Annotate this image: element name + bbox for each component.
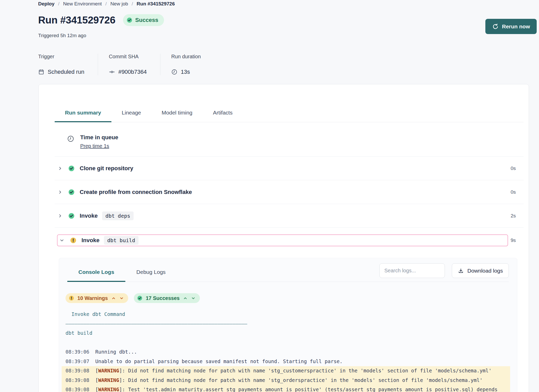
warnings-next-button[interactable] [119,296,124,300]
refresh-icon [492,23,499,30]
log-message: Did not find matching node for patch wit… [128,368,492,374]
step-expanded-box[interactable]: Invokedbt build [57,234,508,246]
log-tab-debug-logs[interactable]: Debug Logs [125,265,177,282]
log-tabs: Console LogsDebug Logs [67,265,177,282]
step-warning-icon [70,237,77,244]
log-line: 08:39:08 [WARNING]: Did not find matchin… [62,376,510,385]
run-tabs: Run summaryLineageModel timingArtifacts [55,106,524,122]
warnings-prev-button[interactable] [111,296,116,300]
log-warning-tag: WARNING [98,387,119,392]
breadcrumb-item[interactable]: Deploy [38,1,54,7]
rerun-now-button[interactable]: Rerun now [485,19,537,34]
log-command-header: Invoke dbt Command [62,310,510,319]
log-timestamp: 08:39:08 [66,377,95,383]
log-bracket: ]: [119,377,128,383]
breadcrumb-item[interactable]: New Environment [63,1,102,7]
chevron-right-icon [58,166,62,171]
commit-icon [109,69,115,75]
log-command: dbt build [62,329,510,338]
title-row: Run #341529726 Success [38,14,164,26]
step-success-icon [68,189,75,195]
meta-duration: Run duration 13s [160,54,214,75]
step-title: Clone git repository [80,165,133,172]
step-row[interactable]: Invokedbt deps2s [55,204,524,228]
log-message: Test 'test.admin_maturity.assert_stg_pay… [66,387,501,392]
tab-run-summary[interactable]: Run summary [55,106,111,122]
breadcrumb: Deploy/New Environment/New job/Run #3415… [38,1,175,7]
time-in-queue-block: Time in queue Prep time 1s [55,122,524,157]
run-detail-page: Deploy/New Environment/New job/Run #3415… [0,0,539,392]
breadcrumb-separator: / [58,1,59,7]
tab-model-timing[interactable]: Model timing [151,106,203,122]
meta-commit-value: #900b7364 [118,69,147,75]
breadcrumb-separator: / [105,1,107,7]
log-line: 08:39:08 [WARNING]: Did not find matchin… [62,366,510,376]
successes-next-button[interactable] [191,296,195,300]
console-panel: Console LogsDebug Logs Download logs [59,258,517,392]
step-command-chip: dbt build [104,236,138,245]
breadcrumb-item[interactable]: New job [110,1,128,7]
meta-row: Trigger Scheduled run Commit SHA #900b73… [38,54,214,75]
log-output: Invoke dbt Command——————————————————————… [59,310,517,392]
chevron-down-icon [60,238,64,243]
log-line: 08:39:06 Running dbt... [62,347,510,357]
queue-clock-icon [67,135,74,142]
prep-time-link[interactable]: Prep time 1s [80,143,109,149]
tab-artifacts[interactable]: Artifacts [203,106,243,122]
log-bracket: [ [95,377,99,383]
step-duration: 9s [511,238,516,243]
step-row[interactable]: Invokedbt build9s [55,228,524,246]
step-success-icon [68,213,75,219]
step-title: Invoke [81,237,100,244]
breadcrumb-item: Run #341529726 [137,1,175,7]
log-line: 08:39:07 Unable to do partial parsing be… [62,357,510,366]
step-success-icon [68,165,75,172]
log-tab-console-logs[interactable]: Console Logs [67,265,125,282]
warnings-pill-label: 10 Warnings [77,295,108,301]
log-message: Did not find matching node for patch wit… [128,377,483,383]
status-badge: Success [123,14,164,26]
successes-pill-label: 17 Successes [146,295,179,301]
run-summary-card: Run summaryLineageModel timingArtifacts … [38,84,529,392]
status-badge-label: Success [135,17,158,23]
download-logs-button[interactable]: Download logs [452,263,509,278]
log-line: 08:39:08 [WARNING]: Test 'test.admin_mat… [62,385,510,392]
tab-lineage[interactable]: Lineage [111,106,151,122]
step-duration: 0s [511,166,516,171]
meta-trigger: Trigger Scheduled run [38,54,98,75]
success-check-icon [126,17,133,23]
meta-commit-label: Commit SHA [109,54,147,60]
calendar-icon [38,69,44,75]
log-bracket: [ [95,368,99,374]
meta-duration-label: Run duration [171,54,201,60]
log-timestamp: 08:39:08 [66,368,95,374]
download-icon [458,268,464,274]
search-logs-input[interactable] [379,263,445,278]
steps-list: Clone git repository0sCreate profile fro… [55,157,524,246]
log-bracket: ]: [119,368,128,374]
successes-prev-button[interactable] [183,296,187,300]
log-badges-row: 10 Warnings 17 Successes [66,293,517,303]
warning-icon [69,295,74,301]
step-duration: 0s [511,189,516,195]
meta-trigger-label: Trigger [38,54,84,60]
log-warning-tag: WARNING [98,368,119,374]
page-title: Run #341529726 [38,14,115,26]
step-title: Create profile from connection Snowflake [80,189,192,195]
step-title: Invoke [80,213,98,219]
rerun-now-label: Rerun now [502,23,530,30]
log-message: Running dbt... [95,349,137,355]
log-bracket: ]: [119,387,128,392]
log-blank-line [62,338,510,348]
log-divider-dashes: ————————————————————————————————————————… [62,319,510,329]
log-bracket: [ [95,387,99,392]
queue-title: Time in queue [80,134,118,141]
step-row[interactable]: Clone git repository0s [55,157,524,180]
chevron-right-icon [58,214,62,218]
success-pill-check-icon [137,295,143,301]
step-row[interactable]: Create profile from connection Snowflake… [55,180,524,204]
warnings-pill: 10 Warnings [66,293,128,303]
meta-commit: Commit SHA #900b7364 [98,54,160,75]
step-duration: 2s [511,213,516,219]
log-head: Console LogsDebug Logs Download logs [67,258,509,282]
